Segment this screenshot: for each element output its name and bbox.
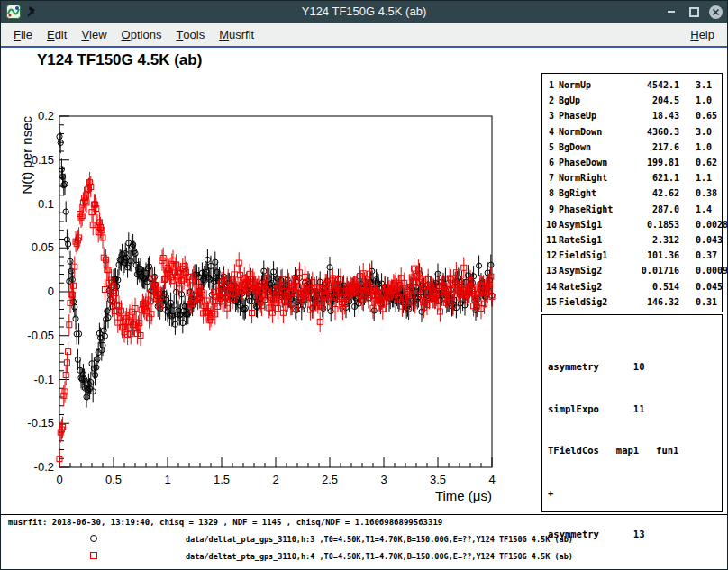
- legend-label: data/deltat_pta_gps_3110,h:3 ,T0=4.50K,T…: [186, 535, 573, 544]
- param-error: 0.00098: [679, 263, 728, 278]
- param-value: 18.43: [632, 108, 679, 123]
- param-error: 0.0028: [679, 217, 728, 232]
- param-number: 6: [546, 155, 559, 170]
- application-window: Y124 TF150G 4.5K (ab) File Edit View Opt…: [0, 0, 728, 570]
- param-error: 3.0: [679, 124, 718, 140]
- menu-options[interactable]: Options: [114, 23, 169, 46]
- parameter-row: 11 RateSig1 2.312 0.043: [542, 232, 722, 248]
- titlebar: Y124 TF150G 4.5K (ab): [1, 1, 727, 23]
- menu-help[interactable]: Help: [683, 23, 722, 46]
- param-error: 1.1: [679, 170, 718, 185]
- theory-line: simplExpo 11: [548, 404, 716, 415]
- parameter-row: 1 NormUp 4542.1 3.1: [542, 77, 722, 93]
- param-name: FieldSig2: [559, 294, 632, 310]
- param-error: 0.38: [679, 185, 718, 201]
- parameter-row: 5 BgDown 217.6 1.0: [542, 140, 722, 155]
- param-number: 15: [546, 294, 559, 310]
- param-name: NormRight: [559, 170, 632, 185]
- param-value: 0.01716: [632, 263, 679, 278]
- param-value: 146.32: [632, 294, 679, 310]
- param-name: RateSig2: [559, 279, 632, 294]
- parameter-row: 12 FieldSig1 101.36 0.37: [542, 248, 722, 263]
- param-error: 1.0: [679, 140, 718, 155]
- param-error: 0.37: [679, 248, 718, 263]
- footer-separator: [1, 514, 727, 515]
- svg-text:3.5: 3.5: [430, 473, 446, 486]
- menu-edit[interactable]: Edit: [40, 23, 74, 46]
- param-value: 217.6: [632, 140, 679, 155]
- legend-entry: data/deltat_pta_gps_3110,h:4 ,T0=4.50K,T…: [1, 551, 727, 562]
- menu-view[interactable]: View: [74, 23, 114, 46]
- param-number: 8: [546, 185, 559, 201]
- svg-text:2.5: 2.5: [322, 473, 338, 486]
- svg-text:3: 3: [380, 473, 387, 486]
- svg-text:0: 0: [48, 285, 54, 298]
- param-error: 0.62: [679, 155, 718, 170]
- parameter-row: 3 PhaseUp 18.43 0.65: [542, 108, 722, 123]
- menu-file[interactable]: File: [6, 23, 40, 46]
- param-number: 10: [546, 217, 559, 232]
- param-error: 0.65: [679, 108, 718, 123]
- param-number: 4: [546, 124, 559, 140]
- param-value: 0.1853: [632, 217, 679, 232]
- svg-text:Time (μs): Time (μs): [435, 488, 492, 503]
- param-number: 12: [546, 248, 559, 263]
- param-name: PhaseRight: [559, 202, 632, 217]
- plot-title: Y124 TF150G 4.5K (ab): [37, 51, 202, 69]
- param-error: 0.043: [679, 232, 723, 248]
- legend-square-marker-icon: [90, 552, 97, 559]
- svg-text:-0.1: -0.1: [34, 373, 54, 386]
- param-name: RateSig1: [559, 232, 632, 248]
- param-value: 204.5: [632, 93, 679, 108]
- parameter-row: 8 BgRight 42.62 0.38: [542, 185, 722, 201]
- param-error: 1.0: [679, 93, 718, 108]
- param-value: 101.36: [632, 248, 679, 263]
- param-error: 1.4: [679, 202, 718, 217]
- svg-text:0.05: 0.05: [32, 240, 54, 254]
- legend-label: data/deltat_pta_gps_3110,h:4 ,T0=4.50K,T…: [186, 552, 573, 561]
- parameter-box: 1 NormUp 4542.1 3.1 2 BgUp 204.5 1.0 3 P…: [541, 73, 723, 312]
- param-value: 287.0: [632, 202, 679, 217]
- param-value: 4542.1: [632, 77, 679, 93]
- svg-text:1: 1: [164, 473, 170, 486]
- minimize-icon: [668, 11, 675, 13]
- maximize-icon: [689, 7, 699, 17]
- svg-text:0.5: 0.5: [105, 473, 122, 486]
- svg-text:4: 4: [488, 473, 495, 486]
- fit-info-status: musrfit: 2018-06-30, 13:19:40, chisq = 1…: [8, 518, 442, 527]
- param-error: 0.31: [679, 294, 718, 310]
- window-controls: [664, 1, 723, 23]
- parameter-row: 6 PhaseDown 199.81 0.62: [542, 155, 722, 170]
- parameter-row: 15 FieldSig2 146.32 0.31: [542, 294, 722, 310]
- parameter-row: 14 RateSig2 0.514 0.045: [542, 279, 722, 294]
- parameter-row: 9 PhaseRight 287.0 1.4: [542, 202, 722, 217]
- parameter-row: 4 NormDown 4360.3 3.0: [542, 124, 722, 140]
- menubar: File Edit View Options Tools Musrfit Hel…: [1, 23, 727, 48]
- parameter-row: 7 NormRight 621.1 1.1: [542, 170, 722, 185]
- minimize-button[interactable]: [664, 5, 678, 19]
- theory-box: asymmetry 10 simplExpo 11 TFieldCos map1…: [541, 314, 723, 512]
- maximize-button[interactable]: [687, 5, 701, 19]
- menu-tools[interactable]: Tools: [168, 23, 212, 46]
- svg-text:2: 2: [272, 473, 278, 486]
- param-number: 2: [546, 93, 559, 108]
- menu-musrfit[interactable]: Musrfit: [212, 23, 261, 46]
- param-number: 7: [546, 170, 559, 185]
- plot-canvas[interactable]: 00.511.522.533.54-0.2-0.15-0.1-0.0500.05…: [17, 78, 522, 511]
- param-number: 1: [546, 77, 559, 93]
- param-error: 0.045: [679, 279, 723, 294]
- close-icon: [712, 8, 720, 16]
- close-button[interactable]: [709, 5, 723, 19]
- parameter-row: 2 BgUp 204.5 1.0: [542, 93, 722, 108]
- param-name: AsymSig2: [559, 263, 632, 278]
- svg-text:0.15: 0.15: [32, 153, 54, 167]
- theory-line: asymmetry 10: [548, 362, 716, 373]
- param-number: 9: [546, 202, 559, 217]
- param-value: 0.514: [632, 279, 679, 294]
- param-number: 5: [546, 140, 559, 155]
- param-name: PhaseDown: [559, 155, 632, 170]
- param-error: 3.1: [679, 77, 718, 93]
- param-name: PhaseUp: [559, 108, 632, 123]
- theory-line: TFieldCos map1 fun1: [548, 446, 716, 457]
- param-value: 42.62: [632, 185, 679, 201]
